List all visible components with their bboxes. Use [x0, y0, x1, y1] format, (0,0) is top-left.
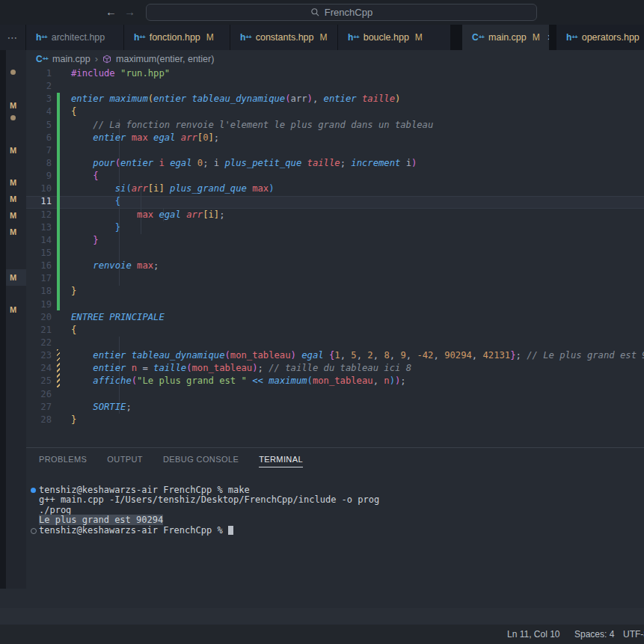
terminal[interactable]: tenshiz@keshawarzs-air FrenchCpp % makeg…: [39, 485, 637, 536]
line-number[interactable]: 16: [26, 260, 53, 272]
code-line[interactable]: entier maximum(entier tableau_dynamique(…: [71, 93, 644, 105]
panel-tab-terminal[interactable]: TERMINAL: [259, 455, 303, 467]
line-number[interactable]: 25: [26, 375, 53, 387]
code-line[interactable]: [71, 272, 644, 285]
breadcrumb-file[interactable]: main.cpp: [52, 54, 91, 64]
line-number[interactable]: 14: [26, 234, 53, 247]
code-line[interactable]: [71, 388, 644, 401]
command-center-search[interactable]: FrenchCpp: [146, 4, 537, 21]
terminal-text: tenshiz@keshawarzs-air FrenchCpp %: [39, 525, 228, 536]
git-modified-marker: M: [0, 99, 26, 111]
cpp-file-icon: C++: [36, 54, 48, 64]
code-line[interactable]: {: [71, 105, 644, 118]
tab-label: boucle.hpp: [364, 32, 409, 43]
line-number[interactable]: 19: [26, 298, 53, 311]
line-number[interactable]: 13: [26, 221, 53, 234]
line-number[interactable]: 10: [26, 183, 53, 195]
line-number[interactable]: 12: [26, 209, 53, 221]
line-number[interactable]: 6: [26, 132, 53, 144]
code-line[interactable]: entier max egal arr[0];: [71, 132, 644, 144]
line-number[interactable]: 7: [26, 144, 53, 157]
close-icon[interactable]: ×: [548, 31, 549, 43]
line-number[interactable]: 15: [26, 247, 53, 260]
back-icon[interactable]: ←: [105, 5, 117, 18]
code-line[interactable]: renvoie max;: [71, 260, 644, 272]
code-line[interactable]: }: [71, 285, 644, 298]
forward-icon[interactable]: →: [124, 5, 135, 18]
line-number[interactable]: 24: [26, 362, 53, 375]
code-line[interactable]: affiche("Le plus grand est " << maximum(…: [71, 375, 644, 387]
code-editor[interactable]: 1234567891011121314151617181920212223242…: [26, 67, 644, 447]
code-line[interactable]: {: [71, 170, 644, 183]
status-cursor-position[interactable]: Ln 11, Col 10: [507, 625, 560, 644]
code-line[interactable]: [71, 337, 644, 349]
code-line[interactable]: pour(entier i egal 0; i plus_petit_que t…: [71, 157, 644, 170]
line-number[interactable]: 27: [26, 401, 53, 414]
code-line[interactable]: si(arr[i] plus_grand_que max): [71, 183, 644, 195]
line-number[interactable]: 22: [26, 337, 53, 349]
status-encoding[interactable]: UTF-8: [623, 625, 644, 644]
code-line[interactable]: {: [71, 195, 644, 208]
line-number[interactable]: 28: [26, 414, 53, 426]
tab-overflow-icon[interactable]: ⋯: [0, 25, 25, 50]
code-line[interactable]: max egal arr[i];: [71, 209, 644, 221]
line-number[interactable]: 8: [26, 157, 53, 170]
panel-tab-debug-console[interactable]: DEBUG CONSOLE: [163, 455, 239, 465]
line-number[interactable]: 17: [26, 272, 53, 285]
bottom-panel: PROBLEMSOUTPUTDEBUG CONSOLETERMINAL tens…: [26, 448, 644, 608]
panel-tab-output[interactable]: OUTPUT: [107, 455, 143, 465]
line-number[interactable]: 2: [26, 80, 53, 93]
git-modified-marker: M: [0, 304, 26, 316]
line-number[interactable]: 21: [26, 324, 53, 337]
terminal-line: ./prog: [39, 506, 637, 515]
line-number[interactable]: 1: [26, 67, 53, 80]
breadcrumb-symbol[interactable]: maximum(entier, entier): [116, 54, 214, 64]
line-number[interactable]: 26: [26, 388, 53, 401]
gutter[interactable]: 1234567891011121314151617181920212223242…: [26, 67, 53, 426]
git-modified-marker: M: [0, 272, 26, 283]
line-number[interactable]: 20: [26, 311, 53, 324]
status-indentation[interactable]: Spaces: 4: [574, 625, 614, 644]
code-line[interactable]: }: [71, 221, 644, 234]
editor-tab-fonction.hpp[interactable]: h++fonction.hppM: [124, 25, 230, 50]
code-lines[interactable]: #include "run.hpp"entier maximum(entier …: [71, 67, 644, 426]
code-line[interactable]: entier n = taille(mon_tableau); // taill…: [71, 362, 644, 375]
code-line[interactable]: entier tableau_dynamique(mon_tableau) eg…: [71, 349, 644, 362]
line-number[interactable]: 11: [26, 195, 53, 208]
code-line[interactable]: }: [71, 234, 644, 247]
git-striped-bar: [57, 349, 60, 388]
code-line[interactable]: {: [71, 324, 644, 337]
code-line[interactable]: [71, 80, 644, 93]
editor-tab-architect.hpp[interactable]: h++architect.hpp: [26, 25, 123, 50]
line-number[interactable]: 3: [26, 93, 53, 105]
editor-tab-main.cpp[interactable]: C++main.cppM×: [462, 25, 549, 50]
code-line[interactable]: SORTIE;: [71, 401, 644, 414]
code-line[interactable]: }: [71, 414, 644, 426]
line-number[interactable]: 23: [26, 349, 53, 362]
line-number[interactable]: 4: [26, 105, 53, 118]
code-line[interactable]: [71, 144, 644, 157]
editor-tab-operators.hpp[interactable]: h++operators.hppM: [556, 25, 644, 50]
status-bar: Ln 11, Col 10Spaces: 4UTF-8: [0, 625, 644, 644]
code-line[interactable]: ENTREE PRINCIPALE: [71, 311, 644, 324]
git-modified-marker: M: [0, 144, 26, 156]
terminal-cursor: [228, 526, 233, 535]
vscode-window: ← → FrenchCpp ⋯ h++architect.hpph++fonct…: [0, 0, 644, 644]
code-line[interactable]: [71, 298, 644, 311]
left-strip-edge: [0, 50, 6, 589]
terminal-line: Le plus grand est 90294: [39, 515, 637, 525]
line-number[interactable]: 9: [26, 170, 53, 183]
editor-tab-boucle.hpp[interactable]: h++boucle.hppM: [338, 25, 450, 50]
git-modified-marker: M: [0, 226, 26, 238]
git-modified-marker: M: [0, 193, 26, 205]
breadcrumb: C++ main.cpp › maximum(entier, entier): [26, 50, 644, 67]
line-number[interactable]: 18: [26, 285, 53, 298]
command-success-icon: [31, 488, 36, 493]
panel-tab-problems[interactable]: PROBLEMS: [39, 455, 87, 465]
code-line[interactable]: #include "run.hpp": [71, 67, 644, 80]
editor-tab-constants.hpp[interactable]: h++constants.hppM: [230, 25, 337, 50]
code-line[interactable]: [71, 247, 644, 260]
line-number[interactable]: 5: [26, 119, 53, 132]
hpp-file-icon: h++: [240, 32, 251, 43]
code-line[interactable]: // La fonction renvoie l'element le plus…: [71, 119, 644, 132]
